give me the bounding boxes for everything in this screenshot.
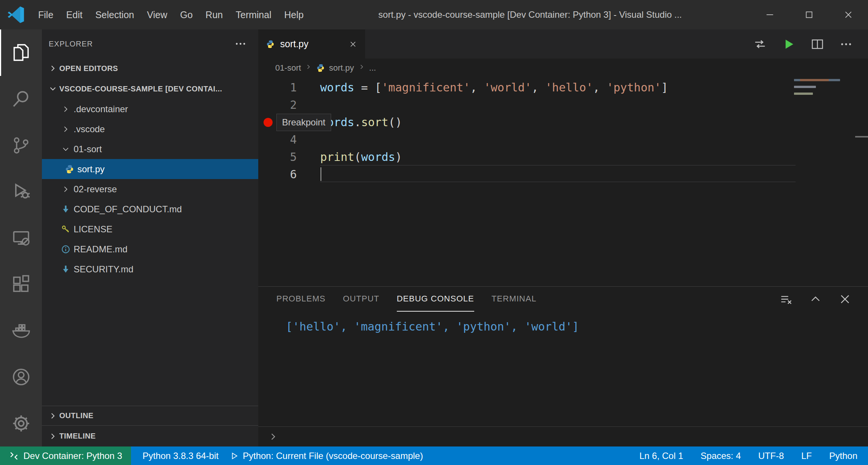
tab-close-button[interactable]: [348, 40, 358, 49]
main-area: EXPLORER OPEN EDITORS VSCODE-COURSE-SAMP…: [0, 29, 868, 446]
close-panel-icon[interactable]: [839, 293, 851, 306]
language-indicator[interactable]: Python: [829, 451, 857, 461]
line-number[interactable]: 6: [258, 166, 297, 183]
code-line[interactable]: 4: [258, 131, 868, 148]
code-line[interactable]: 6: [258, 166, 868, 183]
remote-indicator[interactable]: Dev Container: Python 3: [0, 446, 131, 465]
activity-explorer[interactable]: [0, 29, 42, 76]
tree-item-sort-py[interactable]: sort.py: [42, 159, 258, 179]
line-number[interactable]: 5: [258, 148, 297, 166]
workspace-section[interactable]: VSCODE-COURSE-SAMPLE [DEV CONTAI...: [42, 79, 258, 99]
code-editor[interactable]: 1words = ['magnificent', 'world', 'hello…: [258, 77, 868, 286]
encoding-indicator[interactable]: UTF-8: [758, 451, 784, 461]
code-line[interactable]: 2: [258, 96, 868, 114]
tree-item-02-reverse[interactable]: 02-reverse: [42, 179, 258, 199]
menu-help[interactable]: Help: [278, 0, 310, 29]
line-number[interactable]: 1: [258, 79, 297, 96]
panel-tab-bar: PROBLEMS OUTPUT DEBUG CONSOLE TERMINAL: [258, 287, 868, 312]
bottom-panel: PROBLEMS OUTPUT DEBUG CONSOLE TERMINAL […: [258, 286, 868, 446]
tree-item-vscode[interactable]: .vscode: [42, 119, 258, 139]
close-window-button[interactable]: [829, 0, 868, 29]
tab-debug-console[interactable]: DEBUG CONSOLE: [397, 287, 474, 312]
eol-indicator[interactable]: LF: [801, 451, 812, 461]
code-text: words = ['magnificent', 'world', 'hello'…: [297, 79, 668, 96]
line-col-indicator[interactable]: Ln 6, Col 1: [639, 451, 683, 461]
code-lines: 1words = ['magnificent', 'world', 'hello…: [258, 77, 868, 183]
timeline-section[interactable]: TIMELINE: [42, 425, 258, 446]
timeline-label: TIMELINE: [59, 432, 96, 440]
file-tree: .devcontainer .vscode 01-sort: [42, 99, 258, 279]
tree-item-label: LICENSE: [74, 224, 113, 235]
code-line[interactable]: 1words = ['magnificent', 'world', 'hello…: [258, 79, 868, 96]
chevron-up-icon[interactable]: [809, 293, 822, 306]
menu-view[interactable]: View: [140, 0, 174, 29]
tree-item-readme[interactable]: README.md: [42, 239, 258, 259]
tree-item-license[interactable]: LICENSE: [42, 219, 258, 239]
run-file-button[interactable]: [782, 37, 796, 51]
close-icon: [843, 10, 853, 20]
markdown-file-icon: [61, 204, 71, 214]
breadcrumb-folder[interactable]: 01-sort: [275, 63, 301, 73]
open-editors-label: OPEN EDITORS: [59, 64, 118, 73]
activity-search[interactable]: [0, 76, 42, 122]
tab-label: sort.py: [280, 39, 308, 49]
close-icon: [348, 40, 358, 49]
tab-sort-py[interactable]: sort.py: [258, 29, 365, 59]
tree-item-01-sort[interactable]: 01-sort: [42, 139, 258, 159]
minimap[interactable]: [794, 79, 847, 99]
minimize-button[interactable]: [750, 0, 789, 29]
remote-explorer-icon: [11, 228, 31, 248]
window-title: sort.py - vscode-course-sample [Dev Cont…: [310, 9, 750, 20]
line-number[interactable]: 2: [258, 96, 297, 114]
activity-docker[interactable]: [0, 307, 42, 354]
python-file-icon: [266, 40, 275, 49]
menu-terminal[interactable]: Terminal: [229, 0, 278, 29]
line-number[interactable]: 4: [258, 131, 297, 148]
activity-bar: [0, 29, 42, 446]
menu-file[interactable]: File: [32, 0, 60, 29]
maximize-button[interactable]: [789, 0, 829, 29]
menu-run[interactable]: Run: [199, 0, 229, 29]
breadcrumb-symbol[interactable]: ...: [369, 63, 376, 73]
code-text: [297, 131, 320, 148]
tab-terminal[interactable]: TERMINAL: [492, 287, 537, 312]
outline-section[interactable]: OUTLINE: [42, 406, 258, 425]
activity-run-debug[interactable]: [0, 168, 42, 215]
activity-remote-explorer[interactable]: [0, 215, 42, 261]
code-line[interactable]: 3words.sort(): [258, 114, 868, 131]
menu-go[interactable]: Go: [174, 0, 199, 29]
tree-item-devcontainer[interactable]: .devcontainer: [42, 99, 258, 119]
window-controls: [750, 0, 868, 29]
breadcrumb-file[interactable]: sort.py: [329, 63, 354, 73]
tree-item-security[interactable]: SECURITY.md: [42, 259, 258, 279]
activity-settings[interactable]: [0, 400, 42, 446]
menu-edit[interactable]: Edit: [60, 0, 89, 29]
breakpoint-icon[interactable]: [264, 118, 273, 127]
files-icon: [11, 43, 31, 62]
remote-label: Dev Container: Python 3: [23, 451, 122, 461]
activity-accounts[interactable]: [0, 354, 42, 400]
debug-console-input[interactable]: [258, 426, 868, 446]
tab-problems[interactable]: PROBLEMS: [276, 287, 325, 312]
clear-console-icon[interactable]: [780, 293, 792, 306]
code-line[interactable]: 5print(words): [258, 148, 868, 166]
run-configuration-indicator[interactable]: Python: Current File (vscode-course-samp…: [230, 451, 423, 461]
sidebar-bottom-sections: OUTLINE TIMELINE: [42, 406, 258, 446]
open-editors-section[interactable]: OPEN EDITORS: [42, 58, 258, 79]
indent-indicator[interactable]: Spaces: 4: [701, 451, 741, 461]
tab-output[interactable]: OUTPUT: [343, 287, 379, 312]
chevron-down-icon: [48, 84, 58, 94]
extensions-icon: [11, 275, 31, 294]
search-icon: [11, 89, 31, 109]
sidebar-more-actions-button[interactable]: [234, 37, 247, 50]
tree-item-code-of-conduct[interactable]: CODE_OF_CONDUCT.md: [42, 199, 258, 219]
python-interpreter-indicator[interactable]: Python 3.8.3 64-bit: [142, 451, 218, 461]
activity-source-control[interactable]: [0, 122, 42, 168]
more-actions-icon[interactable]: [839, 37, 853, 51]
run-debug-icon: [11, 182, 31, 201]
scrollbar[interactable]: [855, 136, 868, 137]
open-changes-icon[interactable]: [753, 37, 767, 51]
menu-selection[interactable]: Selection: [89, 0, 140, 29]
split-editor-icon[interactable]: [811, 37, 824, 51]
activity-extensions[interactable]: [0, 261, 42, 307]
